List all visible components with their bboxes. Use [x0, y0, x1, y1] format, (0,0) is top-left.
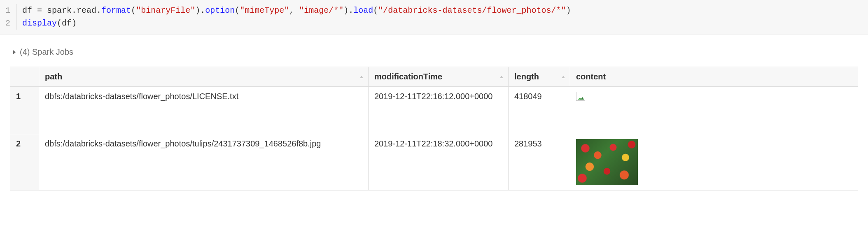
header-label: content: [576, 72, 606, 81]
code-token: .: [96, 6, 101, 15]
cell-path: dbfs:/databricks-datasets/flower_photos/…: [39, 134, 369, 190]
code-token: option: [205, 6, 235, 15]
code-token: df: [62, 19, 72, 28]
code-token: ): [566, 6, 571, 15]
code-token: display: [22, 19, 57, 28]
spark-jobs-toggle[interactable]: (4) Spark Jobs: [12, 47, 858, 57]
code-token: spark: [47, 6, 72, 15]
code-token: read: [77, 6, 96, 15]
header-content[interactable]: content: [570, 67, 858, 87]
code-token: df: [22, 6, 37, 15]
row-index: 2: [10, 134, 39, 190]
cell-mtime: 2019-12-11T22:18:32.000+0000: [369, 134, 509, 190]
code-token: ): [72, 19, 77, 28]
table-row[interactable]: 1 dbfs:/databricks-datasets/flower_photo…: [10, 87, 858, 134]
code-token: (: [131, 6, 136, 15]
spark-jobs-label: (4) Spark Jobs: [20, 47, 73, 57]
code-token: .: [200, 6, 205, 15]
cell-mtime: 2019-12-11T22:16:12.000+0000: [369, 87, 509, 134]
code-token: =: [37, 6, 47, 15]
cell-length: 281953: [509, 134, 570, 190]
header-label: modificationTime: [374, 72, 442, 81]
code-token: ,: [289, 6, 299, 15]
code-token: (: [373, 6, 378, 15]
code-token: (: [235, 6, 240, 15]
row-index: 1: [10, 87, 39, 134]
sort-asc-icon: [359, 75, 364, 79]
code-token: "/databricks-datasets/flower_photos/*": [378, 6, 566, 15]
code-content[interactable]: df = spark.read.format("binaryFile").opt…: [16, 4, 576, 30]
cell-content: [570, 87, 858, 134]
code-token: "mimeType": [240, 6, 289, 15]
code-token: .: [348, 6, 353, 15]
header-path[interactable]: path: [39, 67, 369, 87]
broken-image-icon: [576, 92, 585, 101]
code-token: .: [72, 6, 77, 15]
code-token: "image/*": [299, 6, 343, 15]
sort-asc-icon: [499, 75, 504, 79]
table-row[interactable]: 2 dbfs:/databricks-datasets/flower_photo…: [10, 134, 858, 190]
code-token: ): [343, 6, 348, 15]
notebook-cell: 1 2 df = spark.read.format("binaryFile")…: [0, 0, 868, 190]
result-table: path modificationTime length: [10, 67, 858, 190]
line-number-gutter: 1 2: [0, 4, 16, 30]
cell-output: (4) Spark Jobs path: [0, 35, 868, 190]
cell-length: 418049: [509, 87, 570, 134]
line-number: 2: [5, 17, 10, 30]
header-length[interactable]: length: [509, 67, 570, 87]
code-token: load: [353, 6, 373, 15]
header-label: length: [514, 72, 539, 81]
code-token: ): [195, 6, 200, 15]
cell-content: [570, 134, 858, 190]
cell-path: dbfs:/databricks-datasets/flower_photos/…: [39, 87, 369, 134]
header-label: path: [45, 72, 62, 81]
image-thumbnail: [576, 139, 638, 185]
table-header-row: path modificationTime length: [10, 67, 858, 87]
header-modification-time[interactable]: modificationTime: [369, 67, 509, 87]
code-token: (: [57, 19, 62, 28]
code-editor[interactable]: 1 2 df = spark.read.format("binaryFile")…: [0, 0, 868, 35]
code-token: "binaryFile": [136, 6, 195, 15]
sort-asc-icon: [561, 75, 566, 79]
code-token: format: [101, 6, 131, 15]
header-index[interactable]: [10, 67, 39, 87]
caret-right-icon: [12, 50, 16, 55]
line-number: 1: [5, 4, 10, 17]
